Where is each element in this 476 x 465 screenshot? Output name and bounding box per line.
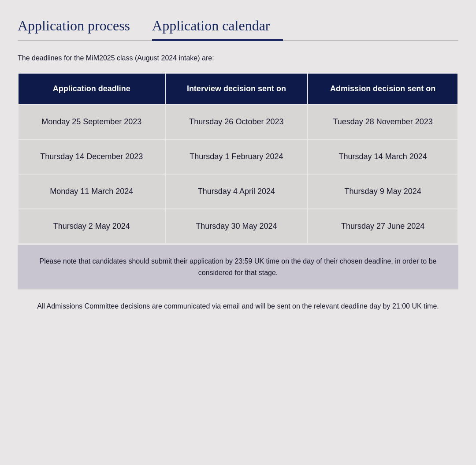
col-header-interview-decision: Interview decision sent on [165,73,308,104]
page-description: The deadlines for the MiM2025 class (Aug… [18,54,458,62]
tab-application-calendar[interactable]: Application calendar [152,13,283,40]
table-cell-r3-c0: Thursday 2 May 2024 [18,209,165,244]
table-row: Thursday 2 May 2024Thursday 30 May 2024T… [18,209,458,244]
col-header-admission-decision: Admission decision sent on [308,73,458,104]
table-cell-r2-c2: Thursday 9 May 2024 [308,174,458,209]
table-cell-r3-c1: Thursday 30 May 2024 [165,209,308,244]
note-box-2: All Admissions Committee decisions are c… [18,290,458,323]
page-container: Application process Application calendar… [0,0,476,340]
table-cell-r0-c1: Thursday 26 October 2023 [165,104,308,139]
note-text-1: Please note that candidates should submi… [35,256,441,278]
table-row: Monday 11 March 2024Thursday 4 April 202… [18,174,458,209]
table-cell-r0-c0: Monday 25 September 2023 [18,104,165,139]
note-text-2: All Admissions Committee decisions are c… [35,301,441,312]
table-cell-r1-c2: Thursday 14 March 2024 [308,139,458,174]
table-cell-r2-c1: Thursday 4 April 2024 [165,174,308,209]
table-row: Monday 25 September 2023Thursday 26 Octo… [18,104,458,139]
tab-application-process[interactable]: Application process [18,13,143,40]
table-header-row: Application deadline Interview decision … [18,73,458,104]
table-cell-r0-c2: Tuesday 28 November 2023 [308,104,458,139]
table-cell-r1-c0: Thursday 14 December 2023 [18,139,165,174]
note-box-1: Please note that candidates should submi… [18,245,458,289]
table-row: Thursday 14 December 2023Thursday 1 Febr… [18,139,458,174]
calendar-table: Application deadline Interview decision … [18,73,458,244]
col-header-application-deadline: Application deadline [18,73,165,104]
table-cell-r2-c0: Monday 11 March 2024 [18,174,165,209]
table-cell-r1-c1: Thursday 1 February 2024 [165,139,308,174]
tab-navigation: Application process Application calendar [18,13,458,41]
table-cell-r3-c2: Thursday 27 June 2024 [308,209,458,244]
